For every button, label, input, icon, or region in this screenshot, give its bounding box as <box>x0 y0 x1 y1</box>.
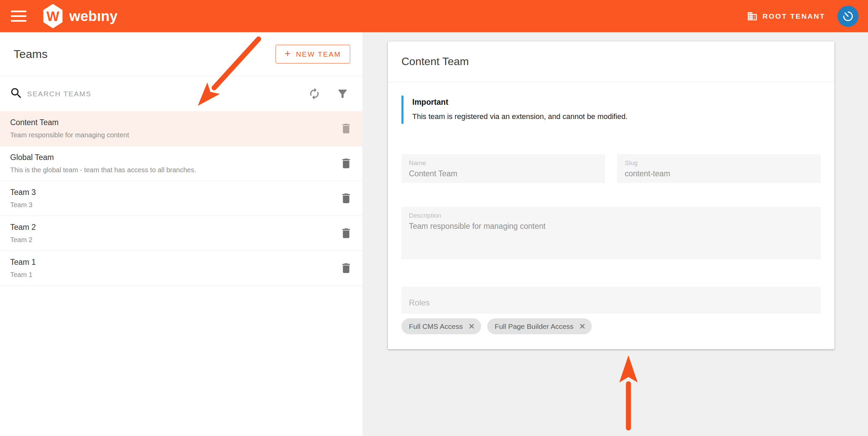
role-chip: Full CMS Access ✕ <box>401 318 481 334</box>
slug-field: Slug content-team <box>617 154 821 183</box>
role-chip-label: Full Page Builder Access <box>495 322 573 331</box>
power-icon <box>839 7 857 25</box>
brand-wordmark: webıny <box>69 8 117 24</box>
new-team-button-label: NEW TEAM <box>296 50 341 58</box>
page-title: Teams <box>14 47 48 61</box>
name-field: Name Content Team <box>401 154 605 183</box>
remove-role-icon[interactable]: ✕ <box>468 322 475 331</box>
team-description: Team 3 <box>10 201 325 209</box>
tenant-label: ROOT TENANT <box>762 12 825 20</box>
team-description: This is the global team - team that has … <box>10 166 325 174</box>
teams-list-panel: Teams + NEW TEAM Content Team Team respo… <box>0 32 362 436</box>
trash-icon <box>340 157 353 170</box>
refresh-icon[interactable] <box>308 87 321 100</box>
user-avatar[interactable] <box>837 6 858 27</box>
search-input[interactable] <box>27 90 308 98</box>
team-name: Content Team <box>10 118 325 127</box>
search-icon <box>10 86 23 101</box>
team-list-item[interactable]: Team 1 Team 1 <box>0 251 362 286</box>
delete-team-button[interactable] <box>339 121 354 136</box>
team-description: Team 2 <box>10 236 325 244</box>
building-icon <box>747 11 758 22</box>
slug-field-value: content-team <box>625 169 813 178</box>
remove-role-icon[interactable]: ✕ <box>579 322 586 331</box>
team-list-item[interactable]: Team 2 Team 2 <box>0 216 362 251</box>
team-name: Global Team <box>10 153 325 162</box>
notice-title: Important <box>412 98 821 107</box>
important-notice: Important This team is registered via an… <box>401 96 821 124</box>
webiny-logo[interactable]: W webıny <box>42 4 117 28</box>
trash-icon <box>340 262 353 275</box>
notice-body: This team is registered via an extension… <box>412 112 821 121</box>
hamburger-menu-icon[interactable] <box>11 9 27 23</box>
description-field-value: Team responsible for managing content <box>409 222 813 231</box>
tenant-selector[interactable]: ROOT TENANT <box>747 11 825 22</box>
details-card-header: Content Team <box>388 41 834 82</box>
role-chip-label: Full CMS Access <box>409 322 463 331</box>
team-list-item[interactable]: Content Team Team responsible for managi… <box>0 111 362 146</box>
name-field-value: Content Team <box>409 169 598 178</box>
slug-field-label: Slug <box>625 159 813 167</box>
name-field-label: Name <box>409 159 598 167</box>
roles-field: Roles <box>401 286 821 314</box>
top-app-bar: W webıny ROOT TENANT <box>0 0 868 32</box>
description-field: Description Team responsible for managin… <box>401 207 821 259</box>
team-description: Team responsible for managing content <box>10 131 325 139</box>
teams-panel-header: Teams + NEW TEAM <box>0 32 362 76</box>
team-description: Team 1 <box>10 271 325 279</box>
webiny-hexagon-icon: W <box>42 4 64 28</box>
delete-team-button[interactable] <box>339 156 354 171</box>
team-details-area: Content Team Important This team is regi… <box>362 32 868 436</box>
search-bar <box>0 76 362 111</box>
new-team-button[interactable]: + NEW TEAM <box>276 45 350 63</box>
logo-letter: W <box>46 9 59 23</box>
team-name: Team 1 <box>10 258 325 267</box>
team-list-item[interactable]: Global Team This is the global team - te… <box>0 146 362 181</box>
teams-list: Content Team Team responsible for managi… <box>0 111 362 286</box>
team-name: Team 2 <box>10 223 325 232</box>
role-chip: Full Page Builder Access ✕ <box>487 318 592 334</box>
trash-icon <box>340 227 353 240</box>
delete-team-button[interactable] <box>339 191 354 206</box>
delete-team-button[interactable] <box>339 226 354 241</box>
team-list-item[interactable]: Team 3 Team 3 <box>0 181 362 216</box>
description-field-label: Description <box>409 212 813 219</box>
details-title: Content Team <box>401 55 469 68</box>
role-chips: Full CMS Access ✕ Full Page Builder Acce… <box>401 318 821 334</box>
filter-icon[interactable] <box>336 87 349 100</box>
team-name: Team 3 <box>10 188 325 197</box>
trash-icon <box>340 192 353 205</box>
delete-team-button[interactable] <box>339 261 354 276</box>
roles-field-label: Roles <box>409 298 430 308</box>
plus-icon: + <box>285 48 291 59</box>
trash-icon <box>340 122 353 135</box>
team-details-card: Content Team Important This team is regi… <box>388 41 834 349</box>
